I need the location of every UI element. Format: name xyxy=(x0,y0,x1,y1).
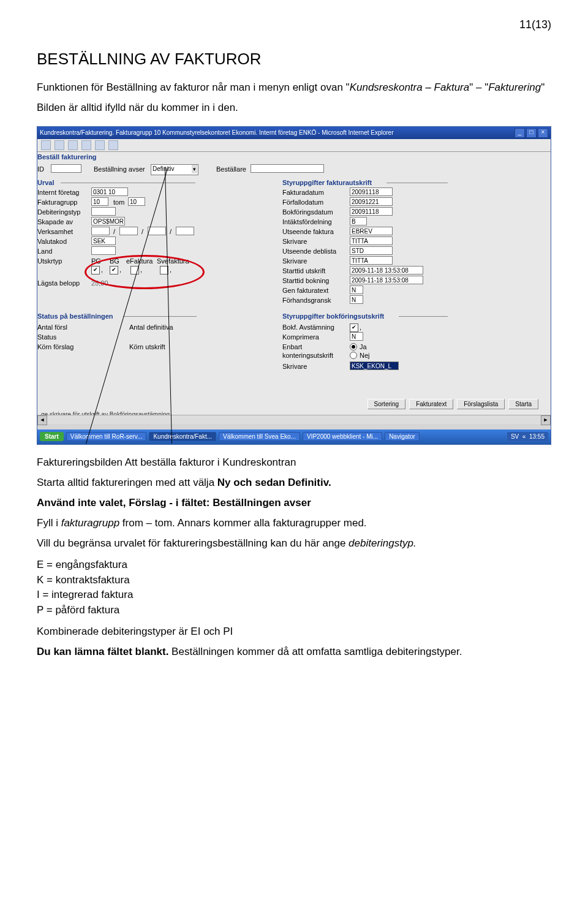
after-5: Kombinerade debiteringstyper är EI och P… xyxy=(37,625,551,639)
gen-fakturatext-field[interactable]: N xyxy=(350,286,363,294)
gen-fakturatext-label: Gen fakturatext xyxy=(282,287,328,294)
scroll-left-icon[interactable]: ◄ xyxy=(37,415,47,425)
page-number: 11(13) xyxy=(37,18,551,31)
korn-forslag-label: Körn förslag xyxy=(37,343,74,350)
after-1b: Starta alltid faktureringen med att välj… xyxy=(37,476,551,490)
toolbar-button[interactable] xyxy=(68,140,78,150)
intaktsfordelning-label: Intäktsfördelning xyxy=(282,218,332,225)
verksamhet-field-3[interactable] xyxy=(148,227,166,235)
starttid-bokning-field[interactable]: 2009-11-18 13:53:08 xyxy=(350,276,423,284)
after-6-b: Beställningen kommer då att omfatta samt… xyxy=(168,646,462,657)
maximize-icon[interactable]: □ xyxy=(526,128,537,138)
after-1b-text: Starta alltid faktureringen med att välj… xyxy=(37,477,217,488)
forhandsgransk-field[interactable]: N xyxy=(350,295,363,304)
forfallodatum-label: Förfallodatum xyxy=(282,199,323,206)
internt-foretag-field[interactable]: 0301 10 xyxy=(91,187,128,196)
utseende-faktura-field[interactable]: EBREV xyxy=(350,227,393,235)
after-1a: Faktureringsbilden Att beställa fakturor… xyxy=(37,456,551,470)
after-4: Vill du begränsa urvalet för fakturering… xyxy=(37,537,551,551)
heading: BESTÄLLNING AV FAKTUROR xyxy=(37,50,551,69)
debiteringstyp-label: Debiteringstyp xyxy=(37,208,80,216)
utseende-deblista-field[interactable]: STD xyxy=(350,246,393,255)
skrivare1-field[interactable]: TITTA xyxy=(350,236,393,245)
toolbar-button[interactable] xyxy=(81,140,91,150)
tray-lang: SV xyxy=(511,433,519,440)
minimize-icon[interactable]: _ xyxy=(514,128,525,138)
ja-radio[interactable] xyxy=(350,343,357,350)
start-button[interactable]: Start xyxy=(40,432,64,441)
toolbar-button[interactable] xyxy=(95,140,105,150)
legend-e: E = engångsfaktura xyxy=(37,558,551,572)
utseende-deblista-label: Utseende deblista xyxy=(282,248,336,255)
taskbar-item-active[interactable]: Kundreskontra/Fakt... xyxy=(149,432,216,441)
fakturadatum-field[interactable]: 20091118 xyxy=(350,187,393,196)
starttid-utskrift-field[interactable]: 2009-11-18 13:53:08 xyxy=(350,266,423,274)
divider xyxy=(399,316,448,317)
komprimera-label: Komprimera xyxy=(282,333,319,341)
nej-radio[interactable] xyxy=(350,352,357,359)
nej-label: Nej xyxy=(360,352,370,359)
intaktsfordelning-field[interactable]: B xyxy=(350,217,367,225)
toolbar-button[interactable] xyxy=(55,140,64,150)
taskbar: Start Välkommen till RoR-serv... Kundres… xyxy=(37,429,551,444)
intro-text: Funktionen för Beställning av fakturor n… xyxy=(37,81,350,93)
fakturadatum-label: Fakturadatum xyxy=(282,189,324,196)
scroll-right-icon[interactable]: ► xyxy=(541,415,551,425)
verksamhet-field-1[interactable] xyxy=(91,227,110,235)
tray: SV « 13:55 xyxy=(507,432,548,441)
taskbar-item[interactable]: Välkommen till Svea Eko... xyxy=(219,432,300,441)
enbart-label: Enbart xyxy=(282,343,302,350)
starta-button[interactable]: Starta xyxy=(508,399,538,409)
taskbar-item[interactable]: Navigator xyxy=(385,432,420,441)
toolbar-button[interactable] xyxy=(108,140,118,150)
forslagslista-button[interactable]: Förslagslista xyxy=(457,399,505,409)
skapade-av-field[interactable]: OPS$MOR xyxy=(91,217,125,225)
bokf-skrivare-field[interactable]: KSK_EKON_L xyxy=(350,361,399,370)
avstamning-checkbox[interactable] xyxy=(350,323,358,332)
after-3-c: from – tom. Annars kommer alla fakturagr… xyxy=(119,517,366,529)
valutakod-field[interactable]: SEK xyxy=(91,236,116,245)
slash-3: / xyxy=(170,228,172,235)
verksamhet-field-2[interactable] xyxy=(119,227,138,235)
after-4-a: Vill du begränsa urvalet för fakturering… xyxy=(37,537,349,549)
close-icon[interactable]: × xyxy=(538,128,548,138)
internt-foretag-label: Internt företag xyxy=(37,189,80,196)
scrollbar-horizontal[interactable]: ◄ ► xyxy=(37,415,551,424)
land-field[interactable] xyxy=(91,246,116,255)
after-4-b: debiteringstyp. xyxy=(349,537,417,549)
divider xyxy=(61,183,195,183)
komprimera-field[interactable]: N xyxy=(350,332,363,341)
section-styruppgifter-faktura: Styruppgifter fakturautskrift xyxy=(282,179,372,186)
toolbar-button[interactable] xyxy=(41,140,51,150)
bokforingsdatum-field[interactable]: 20091118 xyxy=(350,207,393,216)
verksamhet-field-4[interactable] xyxy=(176,227,194,235)
id-field[interactable] xyxy=(51,164,81,173)
forfallodatum-field[interactable]: 20091221 xyxy=(350,197,393,206)
taskbar-item[interactable]: VIP2000 webbklient - Mi... xyxy=(303,432,382,441)
forhandsgransk-label: Förhandsgransk xyxy=(282,297,331,304)
utseende-faktura-label: Utseende faktura xyxy=(282,228,334,235)
lagsta-belopp-label: Lägsta belopp xyxy=(37,279,80,287)
valutakod-label: Valutakod xyxy=(37,238,67,245)
skrivare2-field[interactable]: TITTA xyxy=(350,256,393,265)
antal-forsl-label: Antal försl xyxy=(37,323,67,331)
starttid-bokning-label: Starttid bokning xyxy=(282,277,329,284)
bestallare-label: Beställare xyxy=(216,165,246,173)
section-styruppgifter-bokf: Styruppgifter bokföringsutskrift xyxy=(282,312,384,320)
fakturagrupp-from-field[interactable]: 10 xyxy=(91,197,108,206)
legend-k: K = kontraktsfaktura xyxy=(37,573,551,588)
sortering-button[interactable]: Sortering xyxy=(368,399,406,409)
after-3-a: Fyll i xyxy=(37,517,61,529)
bestallning-avser-select[interactable]: Definitiv xyxy=(151,164,198,175)
ja-label: Ja xyxy=(360,343,367,350)
fakturatext-button[interactable]: Fakturatext xyxy=(409,399,453,409)
fakturagrupp-tom-field[interactable]: 10 xyxy=(128,197,145,206)
taskbar-item[interactable]: Välkommen till RoR-serv... xyxy=(66,432,147,441)
bestallare-field[interactable] xyxy=(251,164,324,173)
skapade-av-label: Skapade av xyxy=(37,218,73,225)
status-label: Status xyxy=(37,333,56,341)
debiteringstyp-field[interactable] xyxy=(91,207,116,216)
after-3-b: fakturagrupp xyxy=(61,517,119,529)
window-title: Kundreskontra/Fakturering. Fakturagrupp … xyxy=(40,127,393,139)
intro-sep: " – " xyxy=(469,81,488,93)
